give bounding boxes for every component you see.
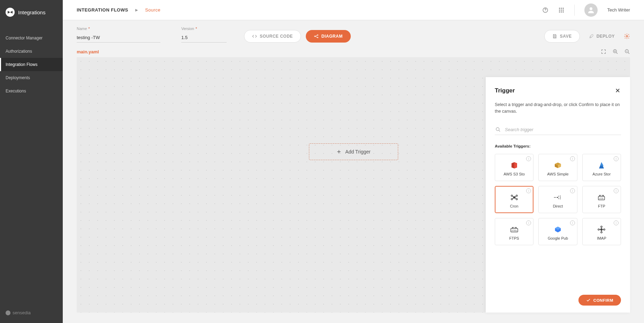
canvas-controls <box>601 49 630 54</box>
breadcrumb-leaf: Source <box>145 7 160 13</box>
deploy-button[interactable]: DEPLOY <box>589 34 615 39</box>
svg-rect-7 <box>562 9 563 10</box>
svg-point-12 <box>315 36 315 37</box>
info-icon[interactable]: i <box>526 188 531 193</box>
breadcrumb: INTEGRATION FLOWS ▶ Source <box>77 7 160 13</box>
plus-icon <box>336 149 342 155</box>
check-icon <box>586 298 591 302</box>
search-icon <box>495 127 501 132</box>
panel-header: Trigger ✕ <box>495 86 621 95</box>
divider <box>574 5 575 16</box>
svg-rect-9 <box>561 11 562 12</box>
zoom-out-icon[interactable] <box>624 49 630 54</box>
aws-s3-icon <box>510 161 519 170</box>
aws-box-icon <box>553 161 562 170</box>
sidebar-item-integration-flows[interactable]: Integration Flows <box>0 58 63 71</box>
gcp-icon <box>553 225 562 234</box>
available-triggers-label: Available Triggers: <box>495 144 621 148</box>
trigger-card-azure[interactable]: i Azure Stor <box>582 154 621 181</box>
brand-logo-icon <box>6 8 15 17</box>
add-trigger-button[interactable]: Add Trigger <box>309 143 398 160</box>
field-version: Version* <box>181 27 227 43</box>
svg-rect-10 <box>562 11 563 12</box>
trigger-card-aws-s3[interactable]: i AWS S3 Sto <box>495 154 533 181</box>
svg-text:FTPS: FTPS <box>512 229 517 231</box>
topbar-right: Tech Writer <box>542 3 630 17</box>
mode-toggle: SOURCE CODE DIAGRAM <box>244 30 351 43</box>
svg-point-19 <box>496 127 499 130</box>
info-icon[interactable]: i <box>614 188 619 193</box>
azure-icon <box>597 161 606 170</box>
svg-rect-2 <box>559 8 560 9</box>
info-icon[interactable]: i <box>526 156 531 161</box>
svg-rect-6 <box>561 9 562 10</box>
sidebar-item-deployments[interactable]: Deployments <box>0 71 63 84</box>
settings-icon[interactable] <box>624 33 630 39</box>
rocket-icon <box>589 34 594 39</box>
toolbar: Name* Version* SOURCE CODE DIAGRAM <box>63 20 644 49</box>
avatar[interactable] <box>584 3 598 17</box>
name-input[interactable] <box>77 33 160 43</box>
field-version-label: Version* <box>181 27 227 31</box>
save-button[interactable]: SAVE <box>544 30 580 43</box>
footer-brand: sensedia <box>13 310 31 315</box>
trigger-card-ftp[interactable]: i FTP FTP <box>582 186 621 213</box>
trigger-grid: i AWS S3 Sto i AWS Simple <box>495 154 621 252</box>
trigger-card-cron[interactable]: i Cron <box>495 186 533 213</box>
sidebar-item-connector-manager[interactable]: Connector Manager <box>0 31 63 45</box>
breadcrumb-root[interactable]: INTEGRATION FLOWS <box>77 7 128 13</box>
version-input[interactable] <box>181 33 227 43</box>
trigger-card-imap[interactable]: i IMAP <box>582 218 621 245</box>
file-row: main.yaml <box>63 49 644 57</box>
info-icon[interactable]: i <box>526 220 531 225</box>
trigger-panel: Trigger ✕ Select a trigger and drag-and-… <box>486 77 630 313</box>
sidebar-nav: Connector Manager Authorizations Integra… <box>0 31 63 98</box>
svg-rect-15 <box>554 37 556 38</box>
trigger-card-google-pub[interactable]: i Google Pub <box>538 218 577 245</box>
svg-point-1 <box>545 11 545 12</box>
canvas[interactable]: Add Trigger Trigger ✕ Select a trigger a… <box>77 57 630 313</box>
apps-grid-icon[interactable] <box>558 7 565 13</box>
imap-icon <box>597 225 606 234</box>
svg-point-21 <box>511 195 513 196</box>
field-name-label: Name* <box>77 27 160 31</box>
ftp-icon: FTP <box>597 193 606 202</box>
zoom-in-icon[interactable] <box>613 49 618 54</box>
info-icon[interactable]: i <box>614 156 619 161</box>
source-code-button[interactable]: SOURCE CODE <box>244 30 301 43</box>
search-row <box>495 125 621 135</box>
confirm-button[interactable]: CONFIRM <box>578 295 621 306</box>
panel-description: Select a trigger and drag-and-drop, or c… <box>495 102 621 115</box>
trigger-card-aws-simple[interactable]: i AWS Simple <box>538 154 577 181</box>
sidebar-item-authorizations[interactable]: Authorizations <box>0 45 63 58</box>
svg-point-31 <box>601 228 603 230</box>
fullscreen-icon[interactable] <box>601 49 606 54</box>
trigger-card-ftps[interactable]: i FTPS FTPS <box>495 218 533 245</box>
info-icon[interactable]: i <box>570 188 575 193</box>
svg-rect-5 <box>559 9 560 10</box>
close-icon[interactable]: ✕ <box>614 86 621 95</box>
user-name: Tech Writer <box>607 7 630 13</box>
info-icon[interactable]: i <box>570 156 575 161</box>
svg-point-33 <box>601 232 602 233</box>
svg-point-32 <box>601 226 602 227</box>
diagram-button[interactable]: DIAGRAM <box>306 30 351 43</box>
diagram-icon <box>314 34 319 39</box>
sidebar-item-executions[interactable]: Executions <box>0 84 63 98</box>
info-icon[interactable]: i <box>614 220 619 225</box>
field-name: Name* <box>77 27 160 43</box>
cron-icon <box>510 193 519 202</box>
direct-icon <box>553 193 562 202</box>
svg-point-11 <box>590 7 592 10</box>
svg-point-34 <box>598 229 599 230</box>
search-trigger-input[interactable] <box>504 127 620 133</box>
help-icon[interactable] <box>542 7 548 13</box>
save-icon <box>552 34 557 39</box>
svg-point-13 <box>317 35 318 35</box>
info-icon[interactable]: i <box>570 220 575 225</box>
svg-rect-3 <box>561 8 562 9</box>
svg-rect-4 <box>562 8 563 9</box>
trigger-card-direct[interactable]: i Direct <box>538 186 577 213</box>
svg-point-16 <box>626 36 628 37</box>
chevron-right-icon: ▶ <box>135 8 138 12</box>
